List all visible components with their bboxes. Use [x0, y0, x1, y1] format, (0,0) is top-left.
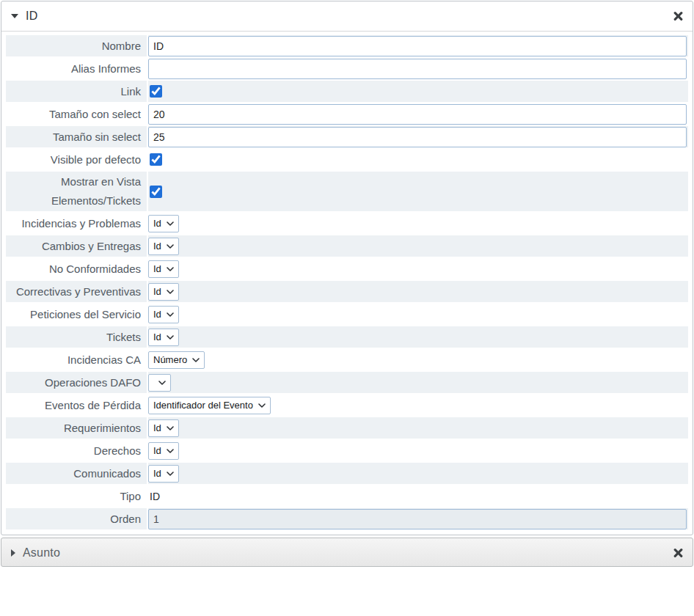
chevron-down-icon — [167, 290, 174, 294]
row-label: Derechos — [94, 444, 141, 457]
nombre-input[interactable] — [148, 36, 687, 56]
select-value: Id — [153, 241, 161, 252]
row-value-cell — [148, 35, 688, 56]
select-value: Identificador del Evento — [153, 400, 253, 411]
row-value-cell — [148, 372, 688, 393]
chevron-down-icon — [167, 267, 174, 271]
operaciones-dafo-select[interactable] — [148, 374, 171, 392]
field-row-peticiones-servicio: Peticiones del Servicio Id — [6, 304, 688, 325]
select-value: Id — [153, 309, 161, 320]
chevron-down-icon — [167, 244, 174, 249]
row-label: Link — [120, 85, 141, 98]
link-checkbox[interactable] — [150, 85, 162, 98]
row-value-cell: Id — [148, 235, 688, 257]
comunicados-select[interactable]: Id — [148, 465, 179, 483]
chevron-down-icon — [167, 335, 174, 340]
select-value: Id — [153, 218, 161, 229]
field-row-comunicados: Comunicados Id — [6, 463, 688, 484]
select-value: Id — [153, 263, 161, 274]
chevron-down-icon — [158, 381, 166, 385]
field-row-tamano-sin-select: Tamaño sin select — [6, 126, 688, 147]
field-row-nombre: Nombre — [6, 35, 688, 56]
incidencias-problemas-select[interactable]: Id — [148, 215, 179, 232]
alias-informes-input[interactable] — [148, 59, 687, 79]
row-value-cell: Id — [148, 326, 688, 348]
row-value-cell: Id — [148, 304, 688, 325]
field-table: Nombre Alias Informes Link Tamaño con se… — [4, 34, 690, 531]
select-value: Id — [153, 331, 161, 342]
field-row-alias-informes: Alias Informes — [6, 58, 688, 79]
row-label: Tamaño con select — [49, 108, 141, 120]
chevron-down-icon — [167, 221, 174, 226]
row-value-cell — [148, 81, 688, 102]
field-row-correctivas-preventivas: Correctivas y Preventivas Id — [6, 281, 688, 302]
row-label: Alias Informes — [71, 62, 141, 75]
row-label: Correctivas y Preventivas — [16, 285, 141, 298]
row-label: Comunicados — [73, 467, 141, 480]
correctivas-preventivas-select[interactable]: Id — [148, 283, 179, 301]
incidencias-ca-select[interactable]: Número — [148, 351, 205, 369]
id-panel-header[interactable]: ID — [1, 1, 693, 32]
field-row-orden: Orden — [6, 508, 688, 529]
close-icon[interactable] — [673, 12, 683, 21]
row-value-cell: Id — [148, 463, 688, 484]
row-label: Incidencias CA — [67, 353, 141, 366]
row-value-cell — [148, 126, 688, 147]
row-value-cell: Id — [148, 440, 688, 461]
tamano-sin-select-input[interactable] — [148, 127, 687, 147]
row-value-cell: Identificador del Evento — [148, 395, 688, 416]
row-label: Tamaño sin select — [53, 131, 141, 143]
row-value-cell — [148, 149, 688, 170]
field-row-incidencias-ca: Incidencias CA Número — [6, 349, 688, 370]
row-value-cell: Id — [148, 213, 688, 234]
derechos-select[interactable]: Id — [148, 442, 179, 460]
row-value-cell: Id — [148, 281, 688, 302]
id-panel-body: Nombre Alias Informes Link Tamaño con se… — [1, 32, 693, 535]
field-row-tamano-con-select: Tamaño con select — [6, 103, 688, 125]
id-panel: ID Nombre Alias Informes Link Tamaño — [1, 1, 693, 535]
asunto-panel-header[interactable]: Asunto — [1, 538, 693, 568]
row-value-cell — [148, 58, 688, 79]
chevron-down-icon — [258, 403, 266, 408]
field-row-link: Link — [6, 81, 688, 102]
close-icon[interactable] — [673, 549, 683, 558]
row-value-cell: Id — [148, 258, 688, 279]
select-value: Id — [153, 445, 161, 456]
caret-down-icon[interactable] — [11, 14, 18, 18]
row-label: Requerimientos — [64, 422, 141, 434]
field-row-no-conformidades: No Conformidades Id — [6, 258, 688, 279]
field-row-mostrar-en-vista: Mostrar en Vista Elementos/Tickets — [6, 172, 688, 211]
field-row-operaciones-dafo: Operaciones DAFO — [6, 372, 688, 393]
row-value-cell — [148, 172, 688, 211]
panel-title: Asunto — [23, 546, 60, 560]
row-label: Incidencias y Problemas — [21, 217, 141, 230]
row-value-cell: Id — [148, 417, 688, 439]
select-value: Id — [153, 286, 161, 297]
field-row-visible-por-defecto: Visible por defecto — [6, 149, 688, 170]
row-value-cell: Número — [148, 349, 688, 370]
visible-por-defecto-checkbox[interactable] — [150, 153, 162, 166]
row-value-cell — [148, 103, 688, 125]
row-value-cell: ID — [148, 485, 688, 507]
tamano-con-select-input[interactable] — [148, 104, 687, 125]
caret-right-icon[interactable] — [11, 549, 15, 557]
eventos-perdida-select[interactable]: Identificador del Evento — [148, 397, 271, 414]
chevron-down-icon — [167, 449, 174, 453]
row-label: No Conformidades — [49, 263, 141, 275]
tickets-select[interactable]: Id — [148, 329, 179, 346]
select-value: Id — [153, 468, 161, 479]
asunto-panel: Asunto — [1, 538, 693, 567]
field-row-tickets: Tickets Id — [6, 326, 688, 348]
row-label: Tickets — [106, 331, 141, 343]
no-conformidades-select[interactable]: Id — [148, 260, 179, 278]
row-label: Mostrar en Vista Elementos/Tickets — [51, 175, 141, 207]
chevron-down-icon — [192, 358, 200, 362]
mostrar-en-vista-checkbox[interactable] — [150, 186, 162, 198]
field-row-cambios-entregas: Cambios y Entregas Id — [6, 235, 688, 257]
requerimientos-select[interactable]: Id — [148, 419, 179, 437]
field-row-requerimientos: Requerimientos Id — [6, 417, 688, 439]
cambios-entregas-select[interactable]: Id — [148, 238, 179, 255]
chevron-down-icon — [167, 426, 174, 430]
row-value-cell — [148, 508, 688, 529]
peticiones-servicio-select[interactable]: Id — [148, 306, 179, 323]
